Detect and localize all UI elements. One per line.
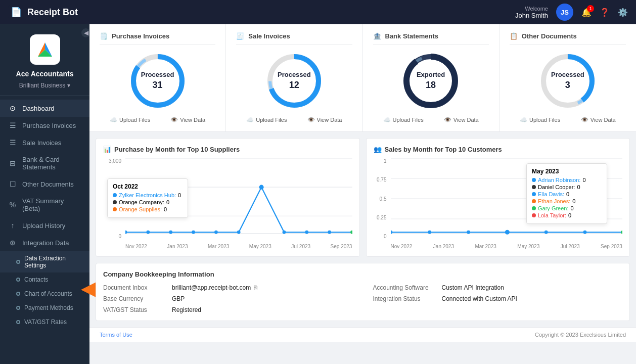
tooltip-value: 0 bbox=[572, 198, 575, 204]
upload-label: Upload Files bbox=[529, 117, 560, 123]
donut-status: Processed bbox=[278, 71, 311, 78]
sidebar-item-integration-data[interactable]: ⊕ Integration Data bbox=[0, 234, 89, 251]
donut-status: Exported bbox=[417, 71, 445, 78]
client-name: Brilliant Business bbox=[19, 82, 65, 89]
view-data-action[interactable]: 👁️ View Data bbox=[444, 116, 479, 123]
upload-label: Upload Files bbox=[256, 117, 287, 123]
sidebar-subitem-data-extraction[interactable]: Data Extraction Settings bbox=[0, 251, 89, 272]
client-selector[interactable]: Brilliant Business ▾ bbox=[19, 82, 70, 89]
sidebar-subitem-contacts[interactable]: Contacts bbox=[0, 272, 89, 287]
tooltip-date: Oct 2022 bbox=[113, 183, 183, 190]
view-label: View Data bbox=[590, 117, 616, 123]
terms-of-use-link[interactable]: Terms of Use bbox=[100, 332, 132, 338]
stats-row: 🗒️ Purchase Invoices Processed 31 bbox=[89, 24, 636, 132]
sidebar-subitem-label: VAT/GST Rates bbox=[24, 318, 67, 326]
y-label: 0 bbox=[374, 234, 387, 239]
main-layout: Ace Accountants Brilliant Business ▾ ◀ ⊙… bbox=[0, 24, 636, 364]
vat-icon: % bbox=[8, 201, 17, 209]
welcome-label: Welcome bbox=[515, 6, 548, 12]
integration-icon: ⊕ bbox=[8, 239, 17, 247]
topnav-right: Welcome John Smith JS 🔔 1 ❓ ⚙️ bbox=[515, 4, 628, 21]
sidebar-collapse-button[interactable]: ◀ bbox=[81, 28, 89, 37]
x-label: Jan 2023 bbox=[433, 244, 454, 249]
sidebar-subitem-chart-of-accounts[interactable]: Chart of Accounts bbox=[0, 287, 89, 301]
donut-status: Processed bbox=[551, 71, 584, 78]
upload-icon: ☁️ bbox=[383, 116, 391, 123]
upload-files-action[interactable]: ☁️ Upload Files bbox=[383, 116, 424, 123]
sidebar-item-label: Upload History bbox=[22, 222, 65, 230]
chevron-down-icon: ▾ bbox=[67, 82, 70, 89]
svg-point-26 bbox=[214, 231, 218, 234]
chart-people-icon: 👥 bbox=[374, 146, 382, 153]
bookkeeping-left: Document Inbox brilliant@app.receipt-bot… bbox=[103, 284, 353, 313]
donut-label: Processed 31 bbox=[141, 71, 174, 91]
sales-chart-title: 👥 Sales by Month for Top 10 Customers bbox=[374, 146, 623, 153]
purchase-chart-tooltip: Oct 2022 Zylker Electronics Hub: 0 Orang… bbox=[107, 178, 188, 218]
sidebar-subitem-vat-rates[interactable]: VAT/GST Rates bbox=[0, 315, 89, 329]
tooltip-value: 0 bbox=[566, 191, 569, 197]
sidebar-subitem-payment-methods[interactable]: Payment Methods bbox=[0, 301, 89, 315]
svg-point-40 bbox=[467, 231, 470, 234]
upload-files-action[interactable]: ☁️ Upload Files bbox=[246, 116, 287, 123]
y-label: 0.75 bbox=[374, 177, 387, 183]
upload-files-action[interactable]: ☁️ Upload Files bbox=[520, 116, 560, 123]
svg-text:📄: 📄 bbox=[11, 7, 22, 18]
sidebar-item-bank-statements[interactable]: ⊟ Bank & Card Statements bbox=[0, 151, 89, 175]
sidebar-item-label: VAT Summary (Beta) bbox=[22, 197, 81, 212]
tooltip-item: Ella Davis: 0 bbox=[532, 191, 602, 197]
sidebar-item-upload-history[interactable]: ↑ Upload History bbox=[0, 217, 89, 234]
stat-card-purchase-invoices: 🗒️ Purchase Invoices Processed 31 bbox=[89, 24, 226, 131]
app-logo: 📄 bbox=[8, 5, 23, 20]
user-name: John Smith bbox=[515, 12, 548, 19]
copyright-text: Copyright © 2023 Excelsious Limited bbox=[535, 332, 626, 338]
field-value: GBP bbox=[172, 295, 185, 302]
field-label: Document Inbox bbox=[103, 284, 164, 291]
field-label: VAT/GST Status bbox=[103, 306, 164, 313]
tooltip-value: 0 bbox=[582, 177, 585, 183]
help-icon[interactable]: ❓ bbox=[600, 8, 610, 17]
view-data-action[interactable]: 👁️ View Data bbox=[307, 116, 342, 123]
stat-card-header: 📋 Other Documents bbox=[510, 32, 626, 44]
view-data-action[interactable]: 👁️ View Data bbox=[170, 116, 205, 123]
x-label: Jul 2023 bbox=[291, 244, 310, 249]
sidebar-item-vat-summary[interactable]: % VAT Summary (Beta) bbox=[0, 193, 89, 217]
info-row-vat: VAT/GST Status Registered bbox=[103, 306, 353, 313]
tooltip-dot bbox=[532, 199, 536, 203]
sidebar-item-dashboard[interactable]: ⊙ Dashboard bbox=[0, 100, 89, 117]
sidebar-item-purchase-invoices[interactable]: ☰ Purchase Invoices bbox=[0, 117, 89, 134]
x-label: Sep 2023 bbox=[331, 244, 352, 249]
info-row-document-inbox: Document Inbox brilliant@app.receipt-bot… bbox=[103, 284, 353, 291]
view-icon: 👁️ bbox=[444, 116, 451, 123]
svg-point-30 bbox=[305, 231, 308, 234]
tooltip-item: Gary Green: 0 bbox=[532, 205, 602, 211]
tooltip-dot bbox=[532, 213, 536, 217]
svg-point-25 bbox=[192, 231, 195, 234]
x-axis: Nov 2022 Jan 2023 Mar 2023 May 2023 Jul … bbox=[391, 244, 623, 249]
field-label: Integration Status bbox=[373, 295, 434, 302]
stat-actions: ☁️ Upload Files 👁️ View Data bbox=[373, 116, 489, 123]
stat-actions: ☁️ Upload Files 👁️ View Data bbox=[510, 116, 626, 123]
svg-point-29 bbox=[283, 231, 286, 234]
svg-point-43 bbox=[583, 231, 586, 234]
chart-title-text: Purchase by Month for Top 10 Suppliers bbox=[114, 146, 240, 153]
stat-actions: ☁️ Upload Files 👁️ View Data bbox=[100, 116, 215, 123]
donut-wrap: Processed 31 bbox=[127, 51, 188, 111]
main-content: 🗒️ Purchase Invoices Processed 31 bbox=[89, 24, 636, 364]
info-row-integration: Integration Status Connected with Custom… bbox=[373, 295, 623, 302]
notification-bell[interactable]: 🔔 1 bbox=[581, 8, 592, 17]
sidebar-item-sale-invoices[interactable]: ☰ Sale Invoices bbox=[0, 134, 89, 151]
stat-card-title: Other Documents bbox=[522, 32, 577, 40]
purchase-chart-title: 📊 Purchase by Month for Top 10 Suppliers bbox=[103, 146, 352, 153]
view-icon: 👁️ bbox=[170, 116, 178, 123]
view-data-action[interactable]: 👁️ View Data bbox=[581, 116, 616, 123]
settings-icon[interactable]: ⚙️ bbox=[618, 8, 628, 17]
upload-files-action[interactable]: ☁️ Upload Files bbox=[110, 116, 150, 123]
svg-point-23 bbox=[146, 231, 150, 234]
donut-wrap: Processed 3 bbox=[537, 51, 598, 111]
sidebar-item-other-documents[interactable]: ☐ Other Documents bbox=[0, 175, 89, 193]
copy-icon[interactable]: ⎘ bbox=[254, 284, 257, 291]
sidebar-item-label: Bank & Card Statements bbox=[22, 156, 81, 171]
svg-point-24 bbox=[169, 231, 172, 234]
sidebar-item-label: Other Documents bbox=[22, 180, 74, 188]
avatar: JS bbox=[556, 4, 573, 21]
